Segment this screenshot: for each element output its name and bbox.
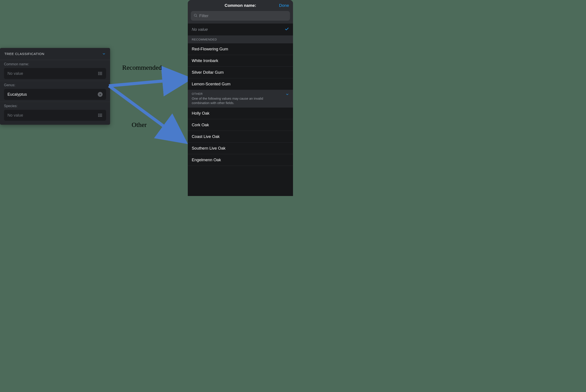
section-header-recommended: RECOMMENDED: [188, 36, 293, 43]
tree-classification-panel: TREE CLASSIFICATION Common name: No valu…: [0, 48, 110, 125]
done-button[interactable]: Done: [279, 3, 289, 8]
field-label: Common name:: [4, 62, 106, 66]
annotation-arrows: [106, 62, 189, 145]
filter-placeholder: Filter: [199, 14, 209, 18]
list-item[interactable]: Cork Oak: [188, 119, 293, 131]
list-item[interactable]: White Ironbark: [188, 55, 293, 67]
svg-line-14: [109, 79, 184, 86]
clear-icon[interactable]: [98, 92, 103, 97]
row-label: Red-Flowering Gum: [192, 47, 228, 52]
group-header-row[interactable]: TREE CLASSIFICATION: [0, 48, 110, 60]
row-label: No value: [192, 27, 208, 32]
picker-topbar: Common name: Done Filter: [188, 0, 293, 23]
annotation-other: Other: [132, 121, 147, 128]
field-genus: Genus: Eucalyptus: [0, 81, 110, 102]
section-header-sub: One of the following values may cause an…: [192, 96, 271, 105]
svg-line-17: [196, 16, 197, 17]
annotation-recommended: Recommended: [122, 64, 162, 71]
genus-input[interactable]: Eucalyptus: [4, 89, 106, 100]
svg-point-11: [98, 114, 99, 114]
list-item[interactable]: Holly Oak: [188, 108, 293, 119]
field-value: Eucalyptus: [8, 92, 27, 97]
list-icon: [98, 113, 103, 118]
species-input[interactable]: No value: [4, 110, 106, 121]
field-species: Species: No value: [0, 102, 110, 122]
picker-list: No value RECOMMENDED Red-Flowering Gum W…: [188, 23, 293, 196]
picker-header: Common name: Done: [188, 0, 293, 11]
picker-title: Common name:: [225, 3, 256, 8]
svg-point-13: [98, 116, 99, 117]
svg-point-3: [98, 72, 99, 72]
value-picker-panel: Common name: Done Filter No value RECOMM…: [188, 0, 293, 196]
group-title: TREE CLASSIFICATION: [5, 52, 44, 56]
svg-line-15: [109, 86, 181, 138]
row-label: White Ironbark: [192, 58, 218, 63]
row-label: Cork Oak: [192, 122, 209, 127]
list-item[interactable]: Red-Flowering Gum: [188, 43, 293, 55]
list-item[interactable]: Engelmenn Oak: [188, 154, 293, 166]
filter-input[interactable]: Filter: [191, 11, 290, 21]
row-label: Engelmenn Oak: [192, 158, 221, 162]
field-common-name: Common name: No value: [0, 60, 110, 81]
common-name-input[interactable]: No value: [4, 68, 106, 79]
svg-point-12: [98, 115, 99, 116]
svg-point-5: [98, 74, 99, 75]
row-label: Lemon-Scented Gum: [192, 82, 231, 86]
check-icon: [285, 27, 289, 32]
section-header-title: RECOMMENDED: [192, 38, 217, 41]
list-item[interactable]: Southern Live Oak: [188, 142, 293, 154]
no-value-row[interactable]: No value: [188, 23, 293, 36]
row-label: Holly Oak: [192, 111, 209, 116]
search-icon: [194, 14, 198, 18]
row-label: Silver Dollar Gum: [192, 70, 224, 75]
chevron-down-icon: [286, 92, 289, 97]
list-item[interactable]: Lemon-Scented Gum: [188, 78, 293, 90]
row-label: Coast Live Oak: [192, 134, 220, 139]
section-header-title: OTHER: [192, 92, 271, 96]
section-header-textblock: OTHER One of the following values may ca…: [192, 92, 271, 105]
field-label: Species:: [4, 104, 106, 108]
field-value: No value: [8, 113, 23, 118]
list-item[interactable]: Silver Dollar Gum: [188, 67, 293, 78]
field-value: No value: [8, 71, 23, 76]
list-icon: [98, 71, 103, 76]
section-header-other[interactable]: OTHER One of the following values may ca…: [188, 90, 293, 108]
field-label: Genus:: [4, 83, 106, 87]
row-label: Southern Live Oak: [192, 146, 225, 151]
chevron-down-icon: [102, 52, 106, 56]
list-item[interactable]: Coast Live Oak: [188, 131, 293, 142]
svg-point-4: [98, 73, 99, 74]
